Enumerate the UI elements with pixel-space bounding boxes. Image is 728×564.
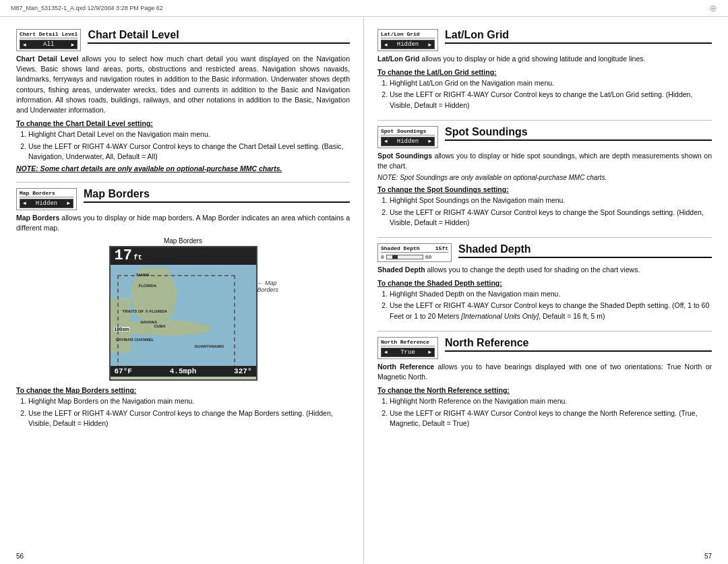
intl-units-note: [International Units Only] <box>461 312 539 320</box>
section-chart-detail-level: Chart Detail Level ◄ All ► Chart Detail … <box>16 29 350 173</box>
chart-detail-widget-value: All <box>43 41 54 48</box>
chart-detail-title: Chart Detail Level <box>88 29 350 44</box>
map-borders-instructions: To change the Map Borders setting: Highl… <box>16 386 350 429</box>
north-reference-widget-value: True <box>400 349 415 356</box>
chart-detail-bold: Chart Detail Level <box>16 55 79 63</box>
north-right-arrow[interactable]: ► <box>428 349 431 355</box>
section-header-chart-detail: Chart Detail Level ◄ All ► Chart Detail … <box>16 29 350 51</box>
spot-soundings-widget-value: Hidden <box>397 138 419 145</box>
lat-lon-body: Lat/Lon Grid allows you to display or hi… <box>377 54 712 64</box>
map-scale-label: 180sm <box>114 327 130 332</box>
map-body: 180sm TAMPA FLORIDA TRAITS OF ☆ FLORIDA … <box>111 265 256 366</box>
spot-soundings-body: Spot Soundings allows you to display or … <box>377 151 712 171</box>
shaded-depth-value: 15ft <box>435 245 448 251</box>
map-borders-widget: Map Borders ◄ Hidden ► <box>16 188 77 210</box>
shaded-depth-slider[interactable] <box>386 255 423 259</box>
left-column: Chart Detail Level ◄ All ► Chart Detail … <box>0 17 364 563</box>
shaded-depth-step-1: Highlight Shaded Depth on the Navigation… <box>390 289 712 299</box>
map-borders-arrow-label: ← MapBorders <box>257 280 295 293</box>
right-arrow-icon[interactable]: ► <box>71 42 75 48</box>
shaded-depth-bold: Shaded Depth <box>377 265 425 274</box>
north-reference-steps: Highlight North Reference on the Navigat… <box>377 396 712 429</box>
section-header-lat-lon: Lat/Lon Grid ◄ Hidden ► Lat/Lon Grid <box>377 29 712 51</box>
shaded-depth-step-2: Use the LEFT or RIGHT 4-WAY Cursor Contr… <box>390 301 712 321</box>
left-arrow-icon[interactable]: ◄ <box>23 42 26 48</box>
shaded-depth-instructions: To change the Shaded Depth setting: High… <box>377 279 712 321</box>
chart-detail-widget-control[interactable]: ◄ All ► <box>20 40 78 49</box>
spot-soundings-title: Spot Soundings <box>445 126 712 141</box>
chart-detail-steps: Highlight Chart Detail Level on the Navi… <box>16 129 350 162</box>
map-borders-step-2: Use the LEFT or RIGHT 4-WAY Cursor Contr… <box>28 408 350 429</box>
spot-right-arrow[interactable]: ► <box>428 138 431 144</box>
chart-detail-note: NOTE: Some chart details are only availa… <box>16 164 350 173</box>
spot-soundings-step-1: Highlight Spot Soundings on the Navigati… <box>390 195 712 206</box>
spot-soundings-widget: Spot Soundings ◄ Hidden ► <box>377 126 438 148</box>
map-text-tampa: TAMPA <box>136 273 150 277</box>
section-north-reference: North Reference ◄ True ► North Reference… <box>377 337 712 429</box>
shaded-depth-instructions-title: To change the Shaded Depth setting: <box>377 279 712 287</box>
yucatan-shape <box>111 299 131 352</box>
shaded-depth-slider-row: 0 60 <box>381 254 448 260</box>
section-shaded-depth: Shaded Depth 15ft 0 60 Shaded Depth <box>377 243 712 321</box>
north-left-arrow[interactable]: ◄ <box>384 349 388 355</box>
north-reference-body: North Reference allows you to have beari… <box>377 362 712 382</box>
north-reference-widget-control[interactable]: ◄ True ► <box>381 348 435 357</box>
north-reference-widget-label: North Reference <box>381 339 435 346</box>
spot-soundings-instructions: To change the Spot Soundings setting: Hi… <box>377 185 712 228</box>
divider-3 <box>377 237 712 238</box>
lat-lon-step-2: Use the LEFT or RIGHT 4-WAY Cursor Contr… <box>390 90 712 110</box>
lat-lon-widget-control[interactable]: ◄ Hidden ► <box>381 40 435 49</box>
section-header-map-borders: Map Borders ◄ Hidden ► Map Borders <box>16 188 350 210</box>
map-text-traits: TRAITS OF ☆ FLORIDA <box>123 309 168 313</box>
lat-lon-instructions-title: To change the Lat/Lon Grid setting: <box>377 68 712 76</box>
shaded-min-label: 0 <box>381 254 384 260</box>
shaded-depth-steps: Highlight Shaded Depth on the Navigation… <box>377 289 712 321</box>
north-reference-step-1: Highlight North Reference on the Navigat… <box>390 396 712 406</box>
map-left-arrow-icon[interactable]: ◄ <box>23 200 26 206</box>
spot-soundings-instructions-title: To change the Spot Soundings setting: <box>377 185 712 193</box>
lat-lon-steps: Highlight Lat/Lon Grid on the Navigation… <box>377 78 712 111</box>
spot-soundings-step-2: Use the LEFT or RIGHT 4-WAY Cursor Contr… <box>390 208 712 228</box>
page-num-right: 57 <box>704 553 712 560</box>
shaded-depth-thumb <box>392 255 398 259</box>
section-header-shaded-depth: Shaded Depth 15ft 0 60 Shaded Depth <box>377 243 712 262</box>
north-reference-bold: North Reference <box>377 363 434 371</box>
spot-soundings-bold: Spot Soundings <box>377 152 432 160</box>
map-bearing: 327° <box>234 367 251 375</box>
spot-soundings-widget-label: Spot Soundings <box>381 128 435 135</box>
map-image: 17 ft <box>109 246 257 381</box>
map-bottom-bar: 67°F 4.5mph 327° <box>111 366 256 377</box>
map-depth-unit: ft <box>133 253 142 261</box>
map-borders-widget-control[interactable]: ◄ Hidden ► <box>20 199 73 208</box>
north-reference-instructions: To change the North Reference setting: H… <box>377 386 712 429</box>
map-text-cayman: CAYMAN CHANNEL <box>116 338 154 342</box>
map-right-arrow-icon[interactable]: ► <box>67 200 70 206</box>
lat-lon-widget-label: Lat/Lon Grid <box>381 31 435 38</box>
lat-lon-widget-value: Hidden <box>397 41 419 48</box>
map-borders-widget-value: Hidden <box>36 200 57 207</box>
chart-detail-body: Chart Detail Level Chart Detail Level al… <box>16 54 350 115</box>
shaded-depth-widget: Shaded Depth 15ft 0 60 <box>377 243 452 262</box>
crosshair-icon: ⊕ <box>709 3 717 13</box>
divider-4 <box>377 331 712 332</box>
section-spot-soundings: Spot Soundings ◄ Hidden ► Spot Soundings… <box>377 126 712 228</box>
spot-soundings-widget-control[interactable]: ◄ Hidden ► <box>381 137 435 146</box>
map-borders-instructions-title: To change the Map Borders setting: <box>16 386 350 394</box>
map-borders-steps: Highlight Map Borders on the Navigation … <box>16 396 350 429</box>
chart-detail-instructions: To change the Chart Detail Level setting… <box>16 119 350 173</box>
map-borders-title: Map Borders <box>84 188 350 203</box>
divider-2 <box>377 120 712 121</box>
chart-detail-widget: Chart Detail Level ◄ All ► <box>16 29 81 51</box>
map-borders-widget-label: Map Borders <box>20 190 73 197</box>
spot-left-arrow[interactable]: ◄ <box>384 138 388 144</box>
map-text-florida: FLORIDA <box>139 284 157 288</box>
lat-lon-bold: Lat/Lon Grid <box>377 55 419 63</box>
shaded-depth-body: Shaded Depth allows you to change the de… <box>377 265 712 275</box>
map-border-label-text: MapBorders <box>257 280 279 293</box>
lat-lon-left-arrow[interactable]: ◄ <box>384 42 388 48</box>
map-temp: 67°F <box>115 367 132 375</box>
section-map-borders: Map Borders ◄ Hidden ► Map Borders Map B… <box>16 188 350 429</box>
lat-lon-widget: Lat/Lon Grid ◄ Hidden ► <box>377 29 438 51</box>
lat-lon-right-arrow[interactable]: ► <box>428 42 431 48</box>
page-container: Chart Detail Level ◄ All ► Chart Detail … <box>0 17 728 563</box>
